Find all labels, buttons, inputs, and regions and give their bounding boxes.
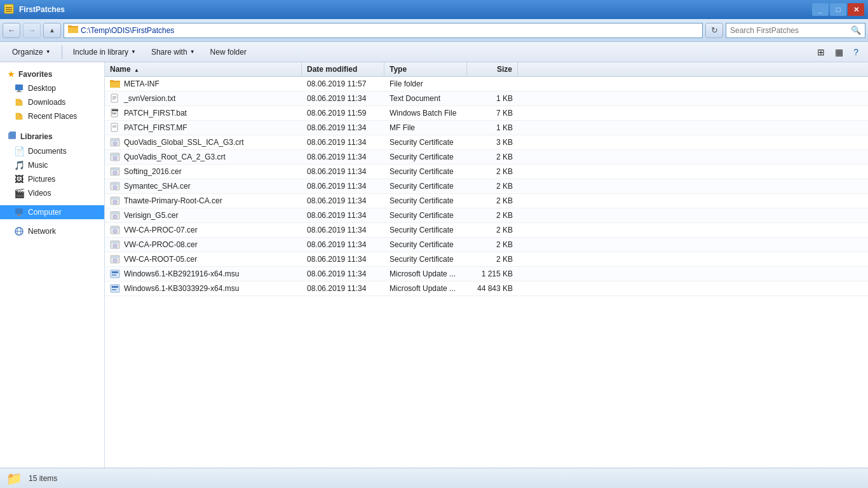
sidebar-item-videos[interactable]: 🎬 Videos xyxy=(0,186,104,200)
svg-point-30 xyxy=(113,156,117,160)
toolbar: Organize ▼ Include in library ▼ Share wi… xyxy=(0,42,868,62)
table-row[interactable]: Thawte-Primary-Root-CA.cer 08.06.2019 11… xyxy=(105,194,868,208)
forward-button[interactable]: → xyxy=(23,23,41,38)
file-date-cell: 08.06.2019 11:34 xyxy=(302,283,384,294)
file-name-cell: VW-CA-PROC-08.cer xyxy=(105,238,302,251)
file-date-cell: 08.06.2019 11:34 xyxy=(302,254,384,265)
file-date-cell: 08.06.2019 11:34 xyxy=(302,93,384,104)
sidebar-item-downloads[interactable]: Downloads xyxy=(0,95,104,109)
file-size-cell: 2 KB xyxy=(467,239,518,250)
sidebar-item-desktop[interactable]: Desktop xyxy=(0,81,104,95)
organize-button[interactable]: Organize ▼ xyxy=(5,44,58,60)
include-in-library-button[interactable]: Include in library ▼ xyxy=(66,44,143,60)
column-header-name[interactable]: Name ▲ xyxy=(105,62,302,76)
table-row[interactable]: VW-CA-PROC-08.cer 08.06.2019 11:34 Secur… xyxy=(105,238,868,252)
file-name-cell: VW-CA-PROC-07.cer xyxy=(105,224,302,236)
share-with-button[interactable]: Share with ▼ xyxy=(144,44,202,60)
close-button[interactable]: ✕ xyxy=(848,3,864,16)
column-header-size[interactable]: Size xyxy=(467,62,518,76)
svg-rect-55 xyxy=(111,285,119,292)
file-date-cell: 08.06.2019 11:34 xyxy=(302,224,384,236)
file-date-cell: 08.06.2019 11:34 xyxy=(302,239,384,250)
maximize-button[interactable]: □ xyxy=(830,3,846,16)
file-size-cell: 1 KB xyxy=(467,93,518,104)
file-type-cell: Windows Batch File xyxy=(384,107,467,119)
organize-arrow: ▼ xyxy=(46,49,51,55)
sidebar-item-network[interactable]: Network xyxy=(0,224,104,238)
file-rows-container: META-INF 08.06.2019 11:57 File folder _s… xyxy=(105,77,868,296)
address-field[interactable]: C:\Temp\ODIS\FirstPatches xyxy=(64,23,703,38)
status-folder-icon: 📁 xyxy=(6,471,22,486)
new-folder-button[interactable]: New folder xyxy=(203,44,254,60)
svg-rect-4 xyxy=(15,85,23,90)
libraries-icon xyxy=(8,131,17,142)
table-row[interactable]: QuoVadis_Root_CA_2_G3.crt 08.06.2019 11:… xyxy=(105,150,868,165)
back-button[interactable]: ← xyxy=(3,23,20,38)
table-row[interactable]: Verisign_G5.cer 08.06.2019 11:34 Securit… xyxy=(105,208,868,223)
table-row[interactable]: VW-CA-PROC-07.cer 08.06.2019 11:34 Secur… xyxy=(105,223,868,238)
svg-rect-41 xyxy=(111,212,119,214)
sidebar-item-pictures[interactable]: 🖼 Pictures xyxy=(0,172,104,186)
recent-places-icon xyxy=(14,111,24,121)
file-type-icon xyxy=(110,93,120,104)
svg-rect-44 xyxy=(111,227,119,229)
file-name-cell: META-INF xyxy=(105,78,302,90)
file-list-area: Name ▲ Date modified Type Size META-INF … xyxy=(105,62,868,468)
table-row[interactable]: META-INF 08.06.2019 11:57 File folder xyxy=(105,77,868,92)
table-row[interactable]: Symantec_SHA.cer 08.06.2019 11:34 Securi… xyxy=(105,179,868,194)
libraries-section: Libraries 📄 Documents 🎵 Music 🖼 Pictures… xyxy=(0,128,104,200)
file-type-icon xyxy=(110,166,120,177)
svg-rect-1 xyxy=(6,7,12,8)
svg-rect-38 xyxy=(111,198,119,200)
svg-rect-8 xyxy=(10,132,16,138)
file-list-header: Name ▲ Date modified Type Size xyxy=(105,62,868,77)
column-header-date[interactable]: Date modified xyxy=(302,62,384,76)
help-button[interactable]: ? xyxy=(849,44,863,60)
file-type-icon xyxy=(110,283,120,294)
file-name-cell: _svnVersion.txt xyxy=(105,92,302,105)
table-row[interactable]: Softing_2016.cer 08.06.2019 11:34 Securi… xyxy=(105,165,868,179)
view-options-button[interactable]: ⊞ xyxy=(813,44,829,60)
table-row[interactable]: bat PATCH_FIRST.bat 08.06.2019 11:59 Win… xyxy=(105,106,868,121)
table-row[interactable]: _svnVersion.txt 08.06.2019 11:34 Text Do… xyxy=(105,92,868,106)
svg-rect-54 xyxy=(112,274,116,276)
svg-rect-56 xyxy=(112,286,118,288)
favorites-star-icon: ★ xyxy=(8,70,15,79)
libraries-header: Libraries xyxy=(0,128,104,144)
file-name-cell: Softing_2016.cer xyxy=(105,165,302,178)
title-bar: FirstPatches _ □ ✕ xyxy=(0,0,868,19)
svg-rect-47 xyxy=(111,241,119,243)
refresh-button[interactable]: ↻ xyxy=(705,23,723,38)
address-folder-icon xyxy=(68,25,78,36)
table-row[interactable]: Windows6.1-KB3033929-x64.msu 08.06.2019 … xyxy=(105,281,868,296)
table-row[interactable]: QuoVadis_Global_SSL_ICA_G3.crt 08.06.201… xyxy=(105,135,868,150)
sidebar-item-recent-places[interactable]: Recent Places xyxy=(0,109,104,123)
column-header-type[interactable]: Type xyxy=(384,62,467,76)
table-row[interactable]: PATCH_FIRST.MF 08.06.2019 11:34 MF File … xyxy=(105,121,868,135)
svg-point-48 xyxy=(113,244,117,248)
up-button[interactable]: ▲ xyxy=(43,23,61,38)
file-date-cell: 08.06.2019 11:34 xyxy=(302,122,384,133)
file-type-cell: MF File xyxy=(384,122,467,133)
search-input[interactable] xyxy=(730,26,848,35)
file-size-cell: 2 KB xyxy=(467,180,518,192)
svg-rect-50 xyxy=(111,256,119,258)
computer-icon xyxy=(14,207,24,217)
preview-pane-button[interactable]: ▦ xyxy=(831,44,848,60)
svg-rect-3 xyxy=(6,11,12,12)
file-date-cell: 08.06.2019 11:34 xyxy=(302,268,384,280)
file-type-icon xyxy=(110,152,120,162)
sidebar-item-music[interactable]: 🎵 Music xyxy=(0,158,104,172)
sidebar-item-computer[interactable]: Computer xyxy=(0,205,104,219)
file-type-icon xyxy=(110,225,120,235)
svg-rect-32 xyxy=(111,168,119,170)
sidebar: ★ Favorites Desktop Downloads Recent Pl xyxy=(0,62,105,468)
table-row[interactable]: Windows6.1-KB2921916-x64.msu 08.06.2019 … xyxy=(105,267,868,281)
search-box[interactable]: 🔍 xyxy=(726,23,865,38)
minimize-button[interactable]: _ xyxy=(812,3,829,16)
svg-point-27 xyxy=(113,142,117,146)
sidebar-item-documents[interactable]: 📄 Documents xyxy=(0,144,104,158)
svg-point-39 xyxy=(113,200,117,204)
file-type-cell: Security Certificate xyxy=(384,239,467,250)
table-row[interactable]: VW-CA-ROOT-05.cer 08.06.2019 11:34 Secur… xyxy=(105,252,868,267)
